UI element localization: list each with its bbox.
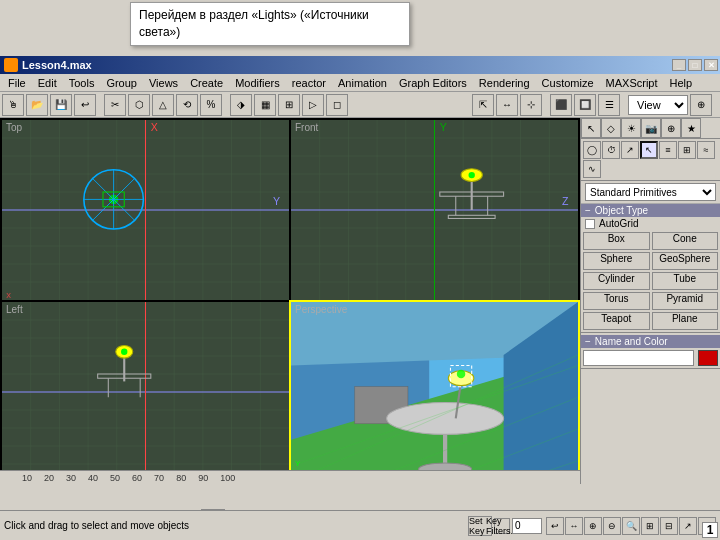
name-color-body [581, 348, 720, 368]
menu-tools[interactable]: Tools [63, 76, 101, 90]
viewport-perspective[interactable]: Perspective [291, 302, 578, 482]
menu-create[interactable]: Create [184, 76, 229, 90]
close-button[interactable]: ✕ [704, 59, 718, 71]
btn-cone[interactable]: Cone [652, 232, 719, 250]
toolbar-btn-19[interactable]: 🔲 [574, 94, 596, 116]
panel-btn-7[interactable]: ∿ [583, 160, 601, 178]
number-90: 90 [198, 473, 208, 483]
btn-cylinder[interactable]: Cylinder [583, 272, 650, 290]
app-icon [4, 58, 18, 72]
panel-btn-3[interactable]: ↗ [621, 141, 639, 159]
viewport-left[interactable]: Left [2, 302, 289, 482]
color-swatch[interactable] [698, 350, 718, 366]
key-filters-btn[interactable]: Key Filters... [494, 518, 510, 534]
toolbar-btn-9[interactable]: % [200, 94, 222, 116]
toolbar-btn-11[interactable]: ▦ [254, 94, 276, 116]
br-btn-3[interactable]: ⊕ [584, 517, 602, 535]
br-btn-8[interactable]: ↗ [679, 517, 697, 535]
frame-display2[interactable] [512, 518, 542, 534]
number-10: 10 [22, 473, 32, 483]
br-btn-7[interactable]: ⊟ [660, 517, 678, 535]
panel-tab-space[interactable]: ★ [681, 118, 701, 138]
btn-sphere[interactable]: Sphere [583, 252, 650, 270]
menu-rendering[interactable]: Rendering [473, 76, 536, 90]
svg-text:Y: Y [273, 195, 280, 207]
menu-graph-editors[interactable]: Graph Editors [393, 76, 473, 90]
btn-plane[interactable]: Plane [652, 312, 719, 330]
minimize-button[interactable]: _ [672, 59, 686, 71]
number-30: 30 [66, 473, 76, 483]
toolbar-btn-14[interactable]: ◻ [326, 94, 348, 116]
btn-torus[interactable]: Torus [583, 292, 650, 310]
toolbar-btn-12[interactable]: ⊞ [278, 94, 300, 116]
menu-maxscript[interactable]: MAXScript [600, 76, 664, 90]
btn-geosphere[interactable]: GeoSphere [652, 252, 719, 270]
toolbar-btn-10[interactable]: ⬗ [230, 94, 252, 116]
br-btn-4[interactable]: ⊖ [603, 517, 621, 535]
menu-edit[interactable]: Edit [32, 76, 63, 90]
panel-tab-camera[interactable]: 📷 [641, 118, 661, 138]
toolbar-btn-4[interactable]: ↩ [74, 94, 96, 116]
object-type-minus[interactable]: − [585, 205, 591, 216]
right-panel: ↖ ◇ ☀ 📷 ⊕ ★ ◯ ⏱ ↗ ↖ ≡ ⊞ ≈ ∿ Standard Pri… [580, 118, 720, 484]
panel-dropdown-row: Standard Primitives [581, 181, 720, 204]
menu-group[interactable]: Group [100, 76, 143, 90]
name-color-minus[interactable]: − [585, 336, 591, 347]
view-dropdown[interactable]: View [628, 95, 688, 115]
menu-modifiers[interactable]: Modifiers [229, 76, 286, 90]
menu-file[interactable]: File [2, 76, 32, 90]
panel-tab-light[interactable]: ☀ [621, 118, 641, 138]
primitives-dropdown[interactable]: Standard Primitives [585, 183, 716, 201]
btn-pyramid[interactable]: Pyramid [652, 292, 719, 310]
panel-tab-row1: ↖ ◇ ☀ 📷 ⊕ ★ [581, 118, 720, 139]
viewport-front[interactable]: Front [291, 120, 578, 300]
toolbar-btn-15[interactable]: ⇱ [472, 94, 494, 116]
toolbar-btn-20[interactable]: ☰ [598, 94, 620, 116]
number-50: 50 [110, 473, 120, 483]
menu-help[interactable]: Help [664, 76, 699, 90]
toolbar-btn-1[interactable]: 🖱 [2, 94, 24, 116]
autogrid-checkbox[interactable] [585, 219, 595, 229]
toolbar-btn-6[interactable]: ⬡ [128, 94, 150, 116]
toolbar-btn-21[interactable]: ⊕ [690, 94, 712, 116]
toolbar-btn-5[interactable]: ✂ [104, 94, 126, 116]
menu-animation[interactable]: Animation [332, 76, 393, 90]
name-color-label: Name and Color [595, 336, 668, 347]
menu-views[interactable]: Views [143, 76, 184, 90]
panel-btn-1[interactable]: ◯ [583, 141, 601, 159]
toolbar-btn-17[interactable]: ⊹ [520, 94, 542, 116]
viewport-top[interactable]: Top [2, 120, 289, 300]
panel-tab-shape[interactable]: ◇ [601, 118, 621, 138]
panel-btn-6[interactable]: ≈ [697, 141, 715, 159]
name-input[interactable] [583, 350, 694, 366]
toolbar-btn-16[interactable]: ↔ [496, 94, 518, 116]
title-text: Lesson4.max [22, 59, 92, 71]
br-btn-1[interactable]: ↩ [546, 517, 564, 535]
br-btn-6[interactable]: ⊞ [641, 517, 659, 535]
toolbar-btn-13[interactable]: ▷ [302, 94, 324, 116]
window-controls[interactable]: _ □ ✕ [672, 59, 718, 71]
toolbar-btn-18[interactable]: ⬛ [550, 94, 572, 116]
menu-reactor[interactable]: reactor [286, 76, 332, 90]
panel-tab-helpers[interactable]: ⊕ [661, 118, 681, 138]
panel-btn-4[interactable]: ≡ [659, 141, 677, 159]
status-message: Click and drag to select and move object… [4, 520, 464, 531]
btn-tube[interactable]: Tube [652, 272, 719, 290]
panel-tab-arrow[interactable]: ↖ [581, 118, 601, 138]
number-20: 20 [44, 473, 54, 483]
toolbar-btn-7[interactable]: △ [152, 94, 174, 116]
panel-btn-2[interactable]: ⏱ [602, 141, 620, 159]
maximize-button[interactable]: □ [688, 59, 702, 71]
toolbar-btn-8[interactable]: ⟲ [176, 94, 198, 116]
panel-btn-5[interactable]: ⊞ [678, 141, 696, 159]
panel-btn-cursor[interactable]: ↖ [640, 141, 658, 159]
menu-customize[interactable]: Customize [536, 76, 600, 90]
br-btn-5[interactable]: 🔍 [622, 517, 640, 535]
toolbar-btn-2[interactable]: 📂 [26, 94, 48, 116]
btn-teapot[interactable]: Teapot [583, 312, 650, 330]
viewport-perspective-svg: ↗ X Y [291, 302, 578, 482]
name-color-row [583, 350, 718, 366]
toolbar-btn-3[interactable]: 💾 [50, 94, 72, 116]
br-btn-2[interactable]: ↔ [565, 517, 583, 535]
btn-box[interactable]: Box [583, 232, 650, 250]
